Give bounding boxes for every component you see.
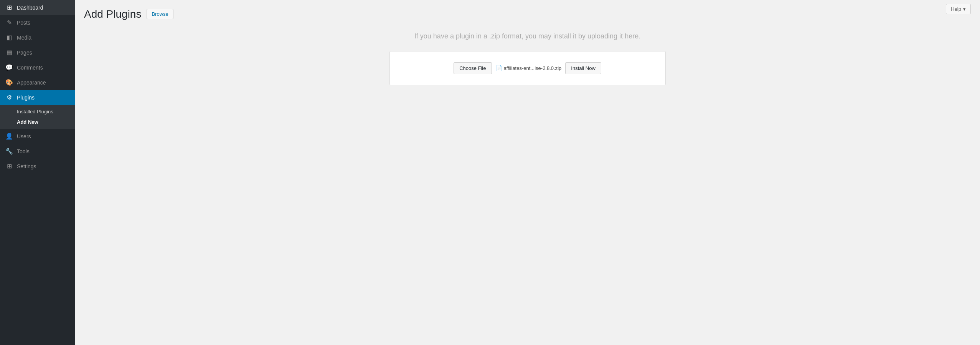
upload-box: Choose File 📄 affiliates-ent...ise-2.8.0… — [389, 51, 666, 85]
sidebar-item-comments[interactable]: 💬 Comments — [0, 60, 75, 75]
sidebar-item-label: Pages — [17, 50, 32, 56]
sidebar-item-users[interactable]: 👤 Users — [0, 129, 75, 144]
page-title: Add Plugins — [84, 8, 141, 21]
sidebar-item-label: Media — [17, 35, 31, 41]
settings-icon: ⊞ — [5, 163, 13, 170]
choose-file-button[interactable]: Choose File — [454, 62, 492, 74]
help-label: Help — [951, 6, 961, 12]
posts-icon: ✎ — [5, 19, 13, 26]
main-wrapper: Help ▾ Add Plugins Browse If you have a … — [75, 0, 980, 345]
sidebar-item-label: Tools — [17, 148, 30, 154]
sidebar-item-label: Comments — [17, 65, 43, 71]
file-name: affiliates-ent...ise-2.8.0.zip — [504, 65, 562, 71]
help-arrow-icon: ▾ — [963, 6, 966, 12]
sidebar-item-appearance[interactable]: 🎨 Appearance — [0, 75, 75, 90]
sidebar-item-pages[interactable]: ▤ Pages — [0, 45, 75, 60]
sidebar-item-label: Dashboard — [17, 5, 43, 11]
upload-description: If you have a plugin in a .zip format, y… — [84, 32, 971, 40]
sidebar-item-plugins[interactable]: ⚙ Plugins — [0, 90, 75, 105]
sidebar-item-tools[interactable]: 🔧 Tools — [0, 144, 75, 159]
top-bar: Help ▾ — [946, 4, 971, 14]
sidebar-item-posts[interactable]: ✎ Posts — [0, 15, 75, 30]
page-header: Add Plugins Browse — [84, 8, 971, 21]
tools-icon: 🔧 — [5, 148, 13, 155]
sidebar: ⊞ Dashboard ✎ Posts ◧ Media ▤ Pages 💬 Co… — [0, 0, 75, 345]
main-content: Help ▾ Add Plugins Browse If you have a … — [75, 0, 980, 345]
sidebar-item-installed-plugins[interactable]: Installed Plugins — [0, 106, 75, 117]
file-name-display: 📄 affiliates-ent...ise-2.8.0.zip — [496, 65, 562, 71]
pages-icon: ▤ — [5, 49, 13, 56]
sidebar-item-add-new[interactable]: Add New — [0, 117, 75, 127]
browse-button[interactable]: Browse — [147, 9, 173, 19]
file-icon: 📄 — [496, 65, 502, 71]
help-button[interactable]: Help ▾ — [946, 4, 971, 14]
media-icon: ◧ — [5, 34, 13, 41]
appearance-icon: 🎨 — [5, 79, 13, 86]
plugins-icon: ⚙ — [5, 94, 13, 101]
sidebar-item-label: Plugins — [17, 95, 35, 101]
dashboard-icon: ⊞ — [5, 4, 13, 11]
users-icon: 👤 — [5, 133, 13, 140]
sidebar-item-label: Appearance — [17, 80, 46, 86]
comments-icon: 💬 — [5, 64, 13, 71]
install-now-button[interactable]: Install Now — [565, 62, 601, 74]
sidebar-item-label: Settings — [17, 163, 36, 169]
sidebar-item-media[interactable]: ◧ Media — [0, 30, 75, 45]
sidebar-item-dashboard[interactable]: ⊞ Dashboard — [0, 0, 75, 15]
plugins-submenu: Installed Plugins Add New — [0, 105, 75, 129]
sidebar-item-label: Posts — [17, 20, 30, 26]
sidebar-item-label: Users — [17, 133, 31, 139]
sidebar-item-settings[interactable]: ⊞ Settings — [0, 159, 75, 174]
